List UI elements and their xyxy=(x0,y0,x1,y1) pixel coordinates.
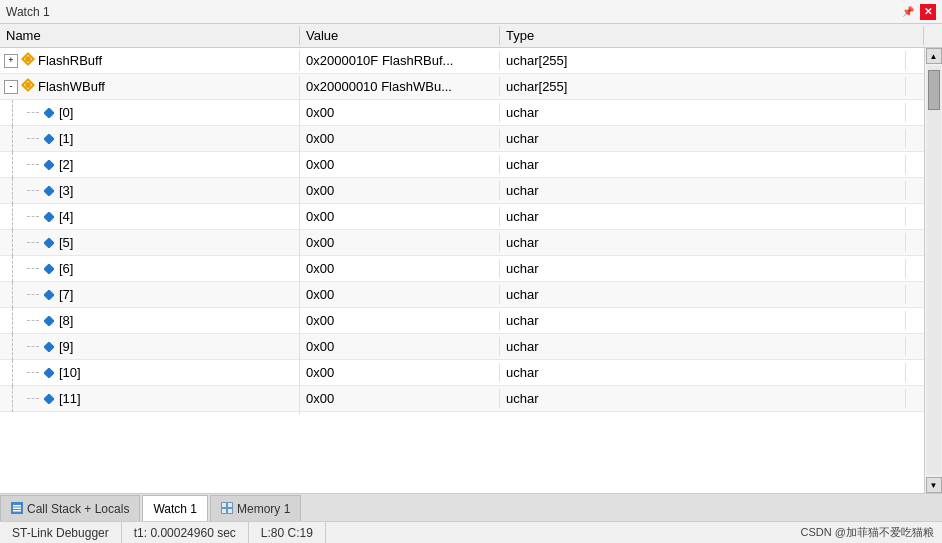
table-row[interactable]: + FlashRBuff0x2000010F FlashRBuf...uchar… xyxy=(0,48,924,74)
tab-call-stack-locals[interactable]: Call Stack + Locals xyxy=(0,495,140,521)
svg-rect-10 xyxy=(44,108,54,118)
title-bar: Watch 1 📌 ✕ xyxy=(0,0,942,24)
variable-name: [6] xyxy=(59,261,73,276)
svg-rect-23 xyxy=(13,505,21,507)
table-row[interactable]: [8]0x00uchar xyxy=(0,308,924,334)
variable-icon xyxy=(42,184,56,198)
tab-memory-1[interactable]: Memory 1 xyxy=(210,495,301,521)
watermark: CSDN @加菲猫不爱吃猫粮 xyxy=(789,522,942,543)
variable-name: [4] xyxy=(59,209,73,224)
svg-rect-21 xyxy=(44,394,54,404)
svg-rect-11 xyxy=(44,134,54,144)
type-cell: uchar xyxy=(500,103,906,122)
column-header-type: Type xyxy=(500,26,924,45)
time-status: t1: 0.00024960 sec xyxy=(122,522,249,543)
table-row[interactable]: [5]0x00uchar xyxy=(0,230,924,256)
value-cell: 0x00 xyxy=(300,233,500,252)
svg-rect-12 xyxy=(44,160,54,170)
close-button[interactable]: ✕ xyxy=(920,4,936,20)
svg-rect-27 xyxy=(222,503,226,507)
variable-icon xyxy=(42,106,56,120)
variable-name: [0] xyxy=(59,105,73,120)
scroll-track[interactable] xyxy=(927,66,941,475)
value-cell: 0x20000010 FlashWBu... xyxy=(300,77,500,96)
variable-icon xyxy=(42,262,56,276)
svg-rect-15 xyxy=(44,238,54,248)
table-row[interactable]: [2]0x00uchar xyxy=(0,152,924,178)
tab-label-call-stack-locals: Call Stack + Locals xyxy=(27,502,129,516)
variable-name: FlashRBuff xyxy=(38,53,102,68)
svg-rect-5 xyxy=(21,78,35,92)
value-cell: 0x00 xyxy=(300,155,500,174)
variable-name: [3] xyxy=(59,183,73,198)
type-cell: uchar xyxy=(500,233,906,252)
svg-rect-28 xyxy=(228,503,232,507)
name-cell: [11] xyxy=(0,384,300,414)
table-row[interactable]: [6]0x00uchar xyxy=(0,256,924,282)
variable-icon xyxy=(42,288,56,302)
expand-button[interactable]: + xyxy=(4,54,18,68)
table-row[interactable]: [9]0x00uchar xyxy=(0,334,924,360)
variable-name: [1] xyxy=(59,131,73,146)
variable-icon xyxy=(42,314,56,328)
column-header-value: Value xyxy=(300,26,500,45)
table-row[interactable]: [11]0x00uchar xyxy=(0,386,924,412)
type-cell: uchar xyxy=(500,363,906,382)
variable-name: [8] xyxy=(59,313,73,328)
table-row[interactable]: [0]0x00uchar xyxy=(0,100,924,126)
status-bar: ST-Link Debugger t1: 0.00024960 sec L:80… xyxy=(0,521,942,543)
table-row[interactable]: - FlashWBuff0x20000010 FlashWBu...uchar[… xyxy=(0,74,924,100)
debugger-status: ST-Link Debugger xyxy=(0,522,122,543)
struct-array-icon xyxy=(21,52,35,69)
variable-icon xyxy=(42,210,56,224)
struct-array-icon xyxy=(21,78,35,95)
value-cell: 0x00 xyxy=(300,103,500,122)
type-cell: uchar xyxy=(500,155,906,174)
table-row[interactable]: [7]0x00uchar xyxy=(0,282,924,308)
name-cell: - FlashWBuff xyxy=(0,76,300,97)
svg-rect-0 xyxy=(21,52,35,66)
table-row[interactable]: [3]0x00uchar xyxy=(0,178,924,204)
svg-rect-24 xyxy=(13,507,21,509)
variable-name: [5] xyxy=(59,235,73,250)
tab-watch-1[interactable]: Watch 1 xyxy=(142,495,208,521)
type-cell: uchar xyxy=(500,129,906,148)
value-cell: 0x00 xyxy=(300,207,500,226)
table-row[interactable]: [1]0x00uchar xyxy=(0,126,924,152)
pin-button[interactable]: 📌 xyxy=(900,4,916,20)
table-row[interactable]: [10]0x00uchar xyxy=(0,360,924,386)
scroll-down-arrow[interactable]: ▼ xyxy=(926,477,942,493)
value-cell: 0x00 xyxy=(300,259,500,278)
tab-label-memory-1: Memory 1 xyxy=(237,502,290,516)
variable-icon xyxy=(42,366,56,380)
svg-rect-25 xyxy=(13,510,21,512)
type-cell: uchar xyxy=(500,259,906,278)
svg-rect-14 xyxy=(44,212,54,222)
type-cell: uchar[255] xyxy=(500,51,906,70)
variable-icon xyxy=(42,340,56,354)
type-cell: uchar xyxy=(500,337,906,356)
variable-name: FlashWBuff xyxy=(38,79,105,94)
type-cell: uchar xyxy=(500,285,906,304)
svg-rect-20 xyxy=(44,368,54,378)
variable-name: [7] xyxy=(59,287,73,302)
table-header: Name Value Type xyxy=(0,24,942,48)
value-cell: 0x00 xyxy=(300,363,500,382)
variable-name: [11] xyxy=(59,391,81,406)
svg-rect-16 xyxy=(44,264,54,274)
svg-rect-29 xyxy=(222,509,226,513)
title-text: Watch 1 xyxy=(6,5,50,19)
column-header-name: Name xyxy=(0,26,300,45)
type-cell: uchar xyxy=(500,181,906,200)
type-cell: uchar[255] xyxy=(500,77,906,96)
table-row[interactable]: [4]0x00uchar xyxy=(0,204,924,230)
svg-rect-17 xyxy=(44,290,54,300)
scroll-thumb[interactable] xyxy=(928,70,940,110)
type-cell: uchar xyxy=(500,207,906,226)
svg-rect-30 xyxy=(228,509,232,513)
scroll-up-arrow[interactable]: ▲ xyxy=(926,48,942,64)
vertical-scrollbar[interactable]: ▲ ▼ xyxy=(924,48,942,493)
type-cell: uchar xyxy=(500,389,906,408)
collapse-button[interactable]: - xyxy=(4,80,18,94)
watch-panel: Name Value Type + FlashRBuff0x2000010F F… xyxy=(0,24,942,493)
